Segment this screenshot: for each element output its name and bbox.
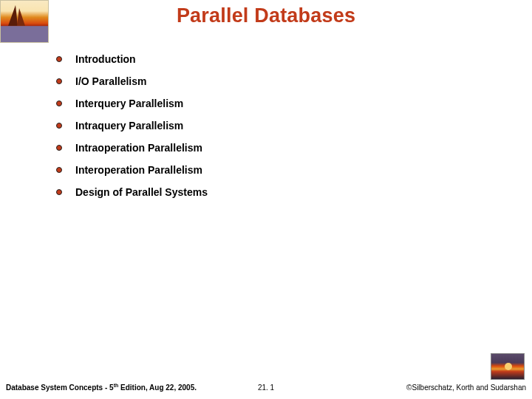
slide-content: Introduction I/O Parallelism Interquery … (56, 53, 502, 208)
sun-shape (505, 363, 512, 370)
list-item-label: Interoperation Parallelism (75, 164, 202, 176)
list-item: Interoperation Parallelism (56, 164, 502, 176)
bullet-icon (56, 167, 62, 173)
list-item-label: Intraoperation Parallelism (75, 142, 202, 154)
slide-footer: Database System Concepts - 5th Edition, … (0, 380, 532, 395)
slide-title: Parallel Databases (0, 4, 532, 27)
bullet-icon (56, 123, 62, 129)
list-item: Interquery Parallelism (56, 98, 502, 109)
list-item: Design of Parallel Systems (56, 186, 502, 198)
logo-bottom-right (491, 353, 525, 380)
bullet-list: Introduction I/O Parallelism Interquery … (56, 53, 502, 198)
list-item: Introduction (56, 53, 502, 65)
list-item: I/O Parallelism (56, 75, 502, 87)
list-item-label: I/O Parallelism (75, 75, 147, 87)
footer-right: ©Silberschatz, Korth and Sudarshan (406, 383, 526, 392)
list-item-label: Introduction (75, 53, 136, 65)
list-item-label: Design of Parallel Systems (75, 186, 208, 198)
bullet-icon (56, 189, 62, 195)
bullet-icon (56, 145, 62, 151)
bullet-icon (56, 78, 62, 84)
bullet-icon (56, 56, 62, 62)
bullet-icon (56, 100, 62, 106)
list-item: Intraquery Parallelism (56, 120, 502, 132)
list-item-label: Intraquery Parallelism (75, 120, 183, 132)
list-item-label: Interquery Parallelism (75, 98, 183, 109)
list-item: Intraoperation Parallelism (56, 142, 502, 154)
